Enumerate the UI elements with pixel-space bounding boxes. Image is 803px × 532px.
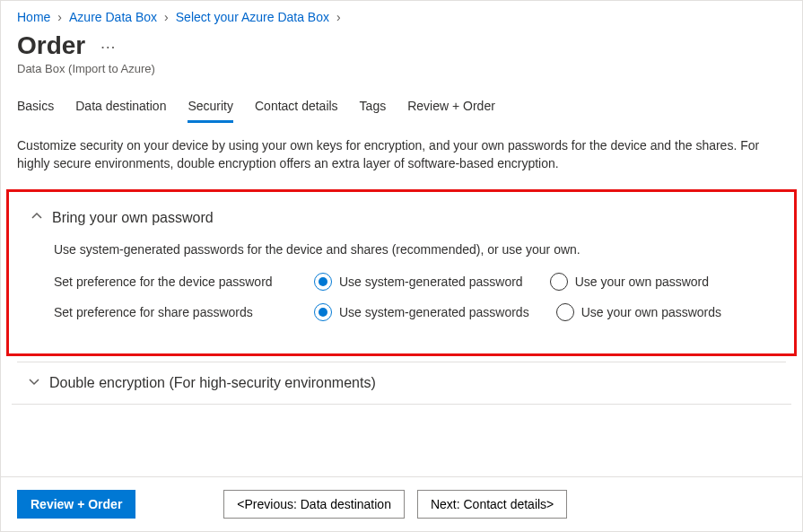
chevron-right-icon: › [164, 10, 169, 24]
section-title: Bring your own password [52, 210, 214, 226]
tab-description: Customize security on your device by usi… [1, 124, 781, 184]
tab-tags[interactable]: Tags [360, 99, 387, 123]
chevron-right-icon: › [336, 10, 341, 24]
tab-review-order[interactable]: Review + Order [407, 99, 495, 123]
radio-icon [314, 273, 332, 291]
breadcrumb-item[interactable]: Azure Data Box [69, 10, 157, 24]
share-passwords-label: Set preference for share passwords [54, 305, 314, 319]
device-password-own[interactable]: Use your own password [550, 273, 709, 291]
radio-label: Use your own passwords [581, 305, 721, 319]
page-subtitle: Data Box (Import to Azure) [17, 62, 786, 75]
breadcrumb-item[interactable]: Select your Azure Data Box [176, 10, 329, 24]
share-passwords-system-generated[interactable]: Use system-generated passwords [314, 303, 529, 321]
radio-icon [550, 273, 568, 291]
chevron-right-icon: › [57, 10, 62, 24]
tab-security[interactable]: Security [188, 99, 233, 123]
device-password-label: Set preference for the device password [54, 275, 314, 289]
tab-contact-details[interactable]: Contact details [255, 99, 338, 123]
wizard-tabs: Basics Data destination Security Contact… [1, 83, 802, 124]
section-header-password[interactable]: Bring your own password [20, 206, 783, 230]
review-order-button[interactable]: Review + Order [17, 490, 135, 519]
device-password-system-generated[interactable]: Use system-generated password [314, 273, 523, 291]
wizard-footer: Review + Order <Previous: Data destinati… [1, 476, 802, 531]
section-intro: Use system-generated passwords for the d… [54, 242, 772, 257]
radio-icon [314, 303, 332, 321]
radio-label: Use system-generated password [339, 275, 523, 289]
tab-basics[interactable]: Basics [17, 99, 54, 123]
page-title: Order [17, 31, 85, 60]
radio-icon [556, 303, 574, 321]
previous-button[interactable]: <Previous: Data destination [223, 490, 405, 519]
breadcrumb: Home › Azure Data Box › Select your Azur… [1, 1, 802, 28]
section-title: Double encryption (For high-security env… [49, 375, 376, 391]
breadcrumb-item[interactable]: Home [17, 10, 50, 24]
chevron-down-icon [28, 376, 40, 389]
tab-data-destination[interactable]: Data destination [75, 99, 166, 123]
more-icon[interactable]: … [100, 34, 116, 52]
share-passwords-own[interactable]: Use your own passwords [556, 303, 721, 321]
next-button[interactable]: Next: Contact details> [417, 490, 567, 519]
chevron-up-icon [31, 211, 43, 224]
radio-label: Use your own password [575, 275, 709, 289]
bring-your-own-password-section: Bring your own password Use system-gener… [6, 189, 797, 356]
double-encryption-section[interactable]: Double encryption (For high-security env… [12, 362, 791, 405]
radio-label: Use system-generated passwords [339, 305, 529, 319]
